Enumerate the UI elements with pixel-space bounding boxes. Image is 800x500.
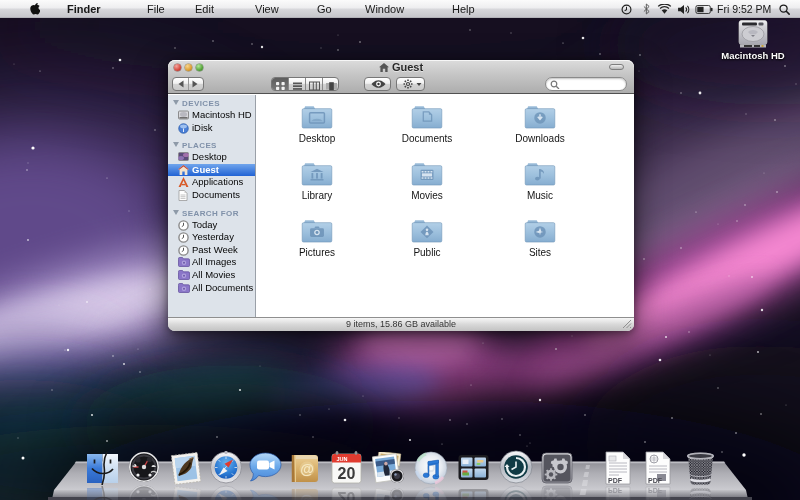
svg-text:@: @ (300, 461, 314, 477)
svg-text:PDF: PDF (648, 477, 663, 484)
svg-text:PDF: PDF (608, 477, 623, 484)
svg-text:20: 20 (338, 465, 356, 482)
svg-text:JUN: JUN (336, 456, 347, 462)
